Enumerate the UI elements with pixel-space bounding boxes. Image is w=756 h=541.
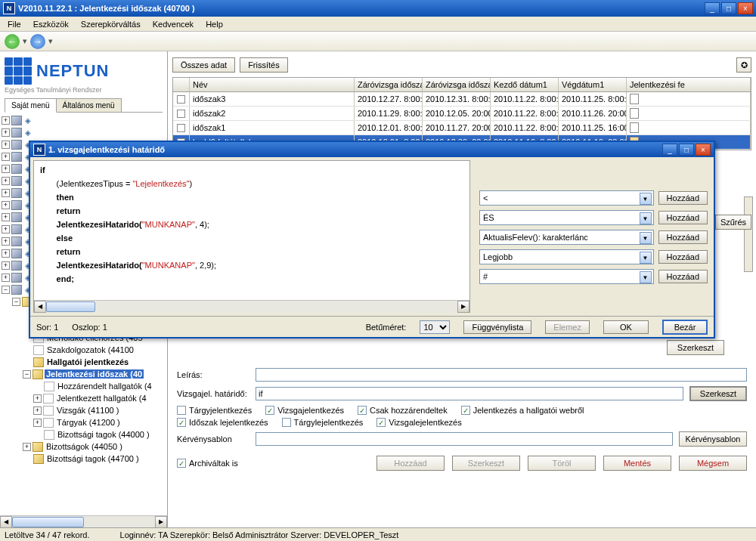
dialog-maximize-button[interactable]: □ <box>679 144 694 156</box>
menu-eszkozok[interactable]: Eszközök <box>27 18 75 30</box>
col-zarovizsga2[interactable]: Záróvizsga idősza... <box>423 78 491 91</box>
leiras-input[interactable] <box>256 368 747 382</box>
tree-item-bizottsagok[interactable]: +Bizottságok (44050 ) <box>2 441 166 453</box>
tree-item-bizottsagi-tagok-2[interactable]: Bizottsági tagok (44700 ) <box>2 453 166 465</box>
cb-targylejelentkezes[interactable]: Tárgylejelentkezés <box>282 418 364 427</box>
tree-item-hallgatoi-jelentkezes[interactable]: Hallgatói jelentkezés <box>2 356 166 368</box>
cond-combo-4[interactable]: Legjobb <box>479 249 654 264</box>
cb-vizsgajelentkezes[interactable]: Vizsgajelentkezés <box>265 406 344 415</box>
kervenysablon-button[interactable]: Kérvénysablon <box>679 431 747 447</box>
maximize-button[interactable]: □ <box>721 2 736 14</box>
logo-subtitle: Egységes Tanulmányi Rendszer <box>5 86 163 94</box>
scroll-right-button[interactable]: ▶ <box>155 516 167 528</box>
cb-csak-hozzarendeltek[interactable]: Csak hozzárendeltek <box>358 406 448 415</box>
szerkeszt-button-upper[interactable]: Szerkeszt <box>667 340 724 355</box>
minimize-button[interactable]: _ <box>705 2 720 14</box>
grid-row[interactable]: időszak12010.12.01. 8:00:02010.11.27. 20… <box>173 121 751 135</box>
forward-dropdown[interactable]: ▾ <box>47 36 54 46</box>
doc-icon[interactable] <box>630 94 639 104</box>
leiras-label: Leírás: <box>177 370 249 379</box>
doc-icon[interactable] <box>630 108 639 119</box>
tree-item-targyak[interactable]: +Tárgyak (41200 ) <box>2 416 166 428</box>
szerkeszt2-button[interactable]: Szerkeszt <box>452 456 520 471</box>
tree-item-bizottsagi-tagok[interactable]: Bizottsági tagok (44000 ) <box>2 428 166 441</box>
menu-help[interactable]: Help <box>200 18 229 30</box>
row-checkbox[interactable] <box>177 110 185 118</box>
grid-row[interactable]: időszak32010.12.27. 8:00:02010.12.31. 8:… <box>173 92 751 107</box>
szures-button[interactable]: Szűrés <box>715 215 751 230</box>
row-checkbox[interactable] <box>177 95 185 104</box>
status-left: Letöltve 34 / 47 rekord. <box>5 530 90 539</box>
logo-text: NEPTUN <box>36 61 109 81</box>
app-icon: N <box>3 2 15 14</box>
cb-vizsgalejelentkezes[interactable]: Vizsgalejelentkezés <box>376 418 461 427</box>
fuggvenylista-button[interactable]: Függvénylista <box>463 320 531 334</box>
cond-add-5[interactable]: Hozzáad <box>658 270 708 283</box>
cond-combo-5[interactable]: # <box>479 269 654 284</box>
menu-kedvencek[interactable]: Kedvencek <box>147 18 200 30</box>
frissites-button[interactable]: Frissítés <box>240 57 288 73</box>
tree-item-hozzarendelt[interactable]: Hozzárendelt hallgatók (4 <box>2 380 166 392</box>
scroll-left-button[interactable]: ◀ <box>0 516 12 528</box>
menu-file[interactable]: File <box>2 18 27 30</box>
cond-add-4[interactable]: Hozzáad <box>658 250 708 264</box>
dialog-title: 1. vizsgajelentkezési határidő <box>48 145 662 154</box>
tree-item-jelentkezesi-idoszak[interactable]: −Jelentkezési időszak (40 <box>2 368 166 380</box>
col-kezdo[interactable]: Kezdő dátum1 <box>491 78 559 91</box>
mentes-button[interactable]: Mentés <box>603 456 671 471</box>
cond-combo-3[interactable]: AktualisFelev(): karakterlánc <box>479 230 654 245</box>
kervenysablon-label: Kérvénysablon <box>177 434 249 444</box>
tab-altalanos-menu[interactable]: Általános menü <box>56 98 122 112</box>
col-zarovizsga1[interactable]: Záróvizsga idősza... <box>355 78 423 91</box>
cond-combo-1[interactable]: < <box>479 190 654 206</box>
code-hscroll[interactable]: ◀▶ <box>34 300 469 312</box>
tree-item-jelentkezett[interactable]: +Jelentkezett hallgatók (4 <box>2 392 166 404</box>
szerkeszt-button[interactable]: Szerkeszt <box>689 386 747 401</box>
menu-szerepkorvaltas[interactable]: Szerepkörváltás <box>75 18 147 30</box>
doc-icon[interactable] <box>630 122 639 133</box>
cond-add-2[interactable]: Hozzáad <box>658 211 708 224</box>
tree-hscroll[interactable]: ◀ ▶ <box>0 515 167 527</box>
vizsgajel-input[interactable] <box>256 387 683 400</box>
fontsize-select[interactable]: 10 <box>420 320 450 334</box>
fontsize-label: Betűméret: <box>366 323 407 332</box>
back-dropdown[interactable]: ▾ <box>21 36 29 46</box>
cond-add-1[interactable]: Hozzáad <box>658 191 708 205</box>
col-nev[interactable]: Név <box>190 78 355 91</box>
forward-button[interactable]: → <box>30 34 45 49</box>
dialog-close-button[interactable]: × <box>696 144 711 156</box>
tree-item-vizsgak[interactable]: +Vizsgák (41100 ) <box>2 404 166 416</box>
cond-combo-2[interactable]: ÉS <box>479 210 654 225</box>
tab-sajat-menu[interactable]: Saját menü <box>5 98 57 113</box>
bezar-button[interactable]: Bezár <box>662 320 708 335</box>
cb-archivaltak[interactable]: Archiváltak is <box>177 459 238 468</box>
help-icon-button[interactable]: ✪ <box>736 57 751 73</box>
close-button[interactable]: × <box>738 2 753 14</box>
col-jelentkezesi[interactable]: Jelentkezési fe <box>627 78 751 91</box>
row-checkbox[interactable] <box>177 124 185 132</box>
main-titlebar: N V2010.11.22.1 : Jelentkezési időszak (… <box>0 0 756 17</box>
cursor-row: Sor: 1 <box>36 323 58 332</box>
elemez-button[interactable]: Elemez <box>545 320 590 334</box>
back-button[interactable]: ← <box>5 34 20 49</box>
data-grid[interactable]: Név Záróvizsga idősza... Záróvizsga idős… <box>172 77 751 150</box>
ok-button[interactable]: OK <box>603 320 649 334</box>
vertical-stack-icon[interactable] <box>744 196 753 272</box>
cursor-col: Oszlop: 1 <box>72 323 107 332</box>
cond-add-3[interactable]: Hozzáad <box>658 230 708 244</box>
cb-jelentkezes-webrol[interactable]: Jelentkezés a hallgatói webről <box>461 406 584 415</box>
grid-row[interactable]: időszak22010.11.29. 8:00:02010.12.05. 20… <box>173 107 751 121</box>
grid-header[interactable]: Név Záróvizsga idősza... Záróvizsga idős… <box>173 78 751 92</box>
megsem-button[interactable]: Mégsem <box>679 456 747 471</box>
cb-idoszak-lejelentkezes[interactable]: Időszak lejelentkezés <box>177 418 268 427</box>
dialog-minimize-button[interactable]: _ <box>662 144 677 156</box>
window-title: V2010.11.22.1 : Jelentkezési időszak (40… <box>18 4 705 13</box>
hozzaad-button[interactable]: Hozzáad <box>376 456 445 471</box>
col-vegdatum[interactable]: Végdátum1 <box>559 78 627 91</box>
cb-targyjelentkezes[interactable]: Tárgyjelentkezés <box>177 406 252 415</box>
tree-item-szakdolgozatok[interactable]: Szakdolgozatok (44100 <box>2 344 166 356</box>
osszes-adat-button[interactable]: Összes adat <box>172 57 235 73</box>
code-editor[interactable]: if (JelentkezesTipus = "Lejelentkezés") … <box>33 160 470 313</box>
torol-button[interactable]: Töröl <box>528 456 596 471</box>
kervenysablon-input[interactable] <box>256 432 673 446</box>
